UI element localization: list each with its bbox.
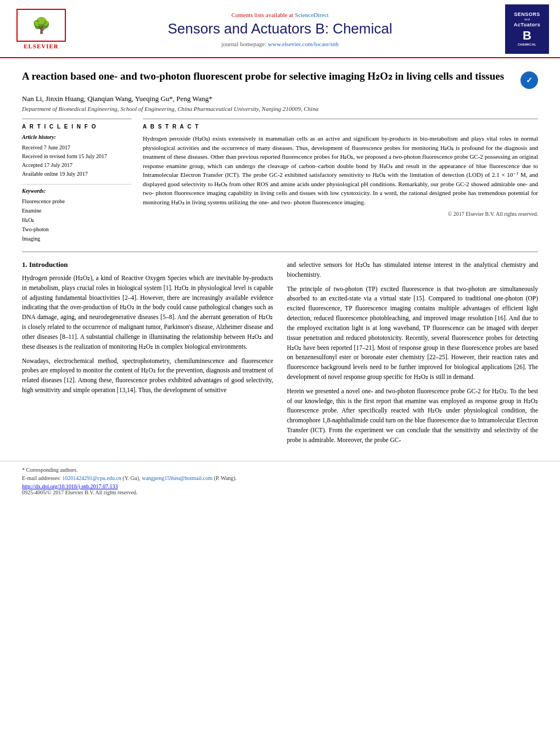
homepage-url[interactable]: www.elsevier.com/locate/snb: [268, 41, 339, 47]
article-content: A reaction based one- and two-photon flu…: [0, 58, 560, 461]
intro-section-title: 1. Introduction: [22, 260, 273, 269]
body-columns: 1. Introduction Hydrogen peroxide (H₂O₂)…: [22, 260, 538, 450]
sensors-badge-area: SENSORS and AcTuators B CHEMICAL: [489, 4, 549, 54]
email-label: E-mail addresses:: [22, 475, 61, 481]
elsevier-label: ELSEVIER: [24, 43, 59, 49]
available-date: Available online 19 July 2017: [22, 170, 132, 178]
article-footer: * Corresponding authors. E-mail addresse…: [0, 461, 560, 501]
sensors-badge-actuators: AcTuators: [514, 22, 540, 29]
homepage-label: journal homepage:: [221, 41, 266, 47]
article-info-abstract-section: A R T I C L E I N F O Article history: R…: [22, 119, 538, 243]
keyword-2: Enamine: [22, 206, 132, 215]
abstract-heading: A B S T R A C T: [143, 124, 538, 130]
intro-paragraph-4: The principle of two-photon (TP) excited…: [287, 284, 539, 382]
email2-name: (P. Wang).: [214, 475, 237, 481]
elsevier-logo-area: 🌳 ELSEVIER: [11, 9, 71, 49]
journal-title: Sensors and Actuators B: Chemical: [82, 20, 478, 37]
section-divider: [22, 252, 538, 252]
page: 🌳 ELSEVIER Contents lists available at S…: [0, 0, 560, 742]
sensors-badge-and: and: [524, 18, 530, 22]
received-date: Received 7 June 2017: [22, 143, 132, 152]
authors: Nan Li, Jinxin Huang, Qianqian Wang, Yue…: [22, 94, 538, 103]
email1-name: (Y. Gu),: [122, 475, 140, 481]
keyword-4: Two-photon: [22, 225, 132, 234]
email2-link[interactable]: wangpeng159seu@hotmail.com: [142, 475, 212, 481]
intro-label: Introduction: [29, 260, 68, 269]
journal-homepage: journal homepage: www.elsevier.com/locat…: [82, 41, 478, 47]
article-info-col: A R T I C L E I N F O Article history: R…: [22, 119, 132, 243]
elsevier-tree-icon: 🌳: [32, 16, 51, 35]
crossmark-icon: ✓: [526, 76, 533, 85]
elsevier-tree-box: 🌳: [16, 9, 66, 42]
journal-header: 🌳 ELSEVIER Contents lists available at S…: [0, 0, 560, 58]
issn-line: 0925-4005/© 2017 Elsevier B.V. All right…: [22, 489, 538, 495]
article-info-heading: A R T I C L E I N F O: [22, 124, 132, 130]
keywords-section: Keywords: Fluorescence probe Enamine H₂O…: [22, 184, 132, 243]
article-dates: Received 7 June 2017 Received in revised…: [22, 143, 132, 178]
doi-line: http://dx.doi.org/10.1016/j.snb.2017.07.…: [22, 483, 538, 489]
journal-header-center: Contents lists available at ScienceDirec…: [71, 12, 489, 47]
sciencedirect-link[interactable]: ScienceDirect: [295, 12, 329, 18]
sensors-badge-b: B: [523, 30, 531, 42]
sensors-badge-chemical: CHEMICAL: [518, 43, 536, 47]
sensors-badge: SENSORS and AcTuators B CHEMICAL: [505, 4, 549, 54]
body-col-left: 1. Introduction Hydrogen peroxide (H₂O₂)…: [22, 260, 273, 450]
keyword-3: H₂O₂: [22, 215, 132, 225]
intro-paragraph-3: and selective sensors for H₂O₂ has stimu…: [287, 260, 539, 280]
keywords-list: Fluorescence probe Enamine H₂O₂ Two-phot…: [22, 197, 132, 243]
intro-paragraph-2: Nowadays, electrochemical method, spectr…: [22, 356, 273, 395]
corresponding-note: * Corresponding authors.: [22, 467, 538, 473]
doi-link[interactable]: http://dx.doi.org/10.1016/j.snb.2017.07.…: [22, 483, 118, 489]
sensors-badge-sensors: SENSORS: [514, 12, 540, 18]
email1-link[interactable]: 10201424291@cpu.edu.cn: [62, 475, 121, 481]
email-footnote: E-mail addresses: 10201424291@cpu.edu.cn…: [22, 475, 538, 481]
keywords-label: Keywords:: [22, 188, 132, 194]
intro-paragraph-5: Herein we presented a novel one- and two…: [287, 387, 539, 445]
keyword-1: Fluorescence probe: [22, 197, 132, 206]
article-history-label: Article history:: [22, 134, 132, 140]
received-revised-date: Received in revised form 15 July 2017: [22, 152, 132, 161]
copyright-line: © 2017 Elsevier B.V. All rights reserved…: [143, 211, 538, 217]
keyword-5: Imaging: [22, 234, 132, 243]
abstract-text: Hydrogen peroxide (H₂O₂) exists extensiv…: [143, 134, 538, 207]
elsevier-logo: 🌳 ELSEVIER: [11, 9, 71, 49]
body-col-right: and selective sensors for H₂O₂ has stimu…: [287, 260, 539, 450]
affiliation: Department of Biomedical Engineering, Sc…: [22, 105, 538, 112]
accepted-date: Accepted 17 July 2017: [22, 161, 132, 170]
corresponding-label: * Corresponding authors.: [22, 467, 77, 473]
article-title: A reaction based one- and two-photon flu…: [22, 69, 512, 84]
sciencedirect-prefix: Contents lists available at: [231, 12, 293, 18]
sciencedirect-line: Contents lists available at ScienceDirec…: [82, 12, 478, 18]
abstract-col: A B S T R A C T Hydrogen peroxide (H₂O₂)…: [143, 119, 538, 243]
crossmark-badge: ✓: [520, 71, 538, 89]
intro-number: 1.: [22, 260, 27, 269]
intro-paragraph-1: Hydrogen peroxide (H₂O₂), a kind of Reac…: [22, 274, 273, 352]
article-title-section: A reaction based one- and two-photon flu…: [22, 69, 538, 89]
